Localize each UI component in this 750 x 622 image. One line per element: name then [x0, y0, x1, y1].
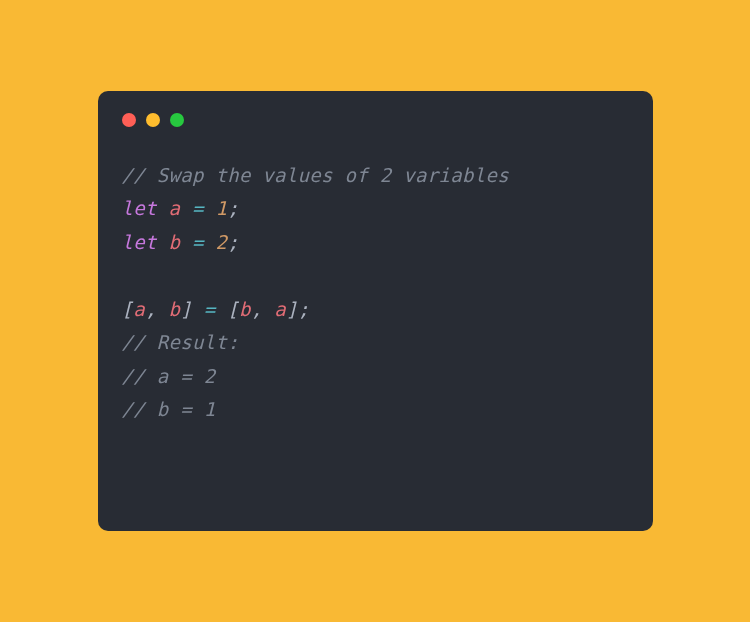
comment-text: // Result: [122, 331, 239, 353]
bracket: [ [122, 298, 134, 320]
bracket-semi: ]; [286, 298, 309, 320]
semicolon: ; [227, 197, 239, 219]
code-line-declaration: let b = 2; [122, 226, 629, 259]
variable-a: a [274, 298, 286, 320]
operator-eq: = [192, 298, 227, 320]
comma: , [145, 298, 168, 320]
comment-text: // Swap the values of 2 variables [122, 164, 509, 186]
code-block: // Swap the values of 2 variables let a … [122, 159, 629, 427]
keyword-let: let [122, 197, 157, 219]
variable-a: a [133, 298, 145, 320]
code-line-comment: // Result: [122, 326, 629, 359]
bracket: ] [180, 298, 192, 320]
code-line-comment: // Swap the values of 2 variables [122, 159, 629, 192]
code-line-swap: [a, b] = [b, a]; [122, 293, 629, 326]
number-literal: 2 [215, 231, 227, 253]
number-literal: 1 [215, 197, 227, 219]
bracket: [ [227, 298, 239, 320]
comma: , [251, 298, 274, 320]
operator-eq: = [180, 231, 215, 253]
keyword-let: let [122, 231, 157, 253]
comment-text: // a = 2 [122, 365, 216, 387]
comment-text: // b = 1 [122, 398, 216, 420]
variable-b: b [239, 298, 251, 320]
variable-b: b [168, 231, 180, 253]
traffic-lights [122, 113, 629, 127]
variable-b: b [168, 298, 180, 320]
blank-line [122, 259, 629, 292]
minimize-icon[interactable] [146, 113, 160, 127]
code-window: // Swap the values of 2 variables let a … [98, 91, 653, 531]
code-line-comment: // b = 1 [122, 393, 629, 426]
code-line-comment: // a = 2 [122, 360, 629, 393]
variable-a: a [168, 197, 180, 219]
operator-eq: = [180, 197, 215, 219]
code-line-declaration: let a = 1; [122, 192, 629, 225]
close-icon[interactable] [122, 113, 136, 127]
semicolon: ; [227, 231, 239, 253]
maximize-icon[interactable] [170, 113, 184, 127]
